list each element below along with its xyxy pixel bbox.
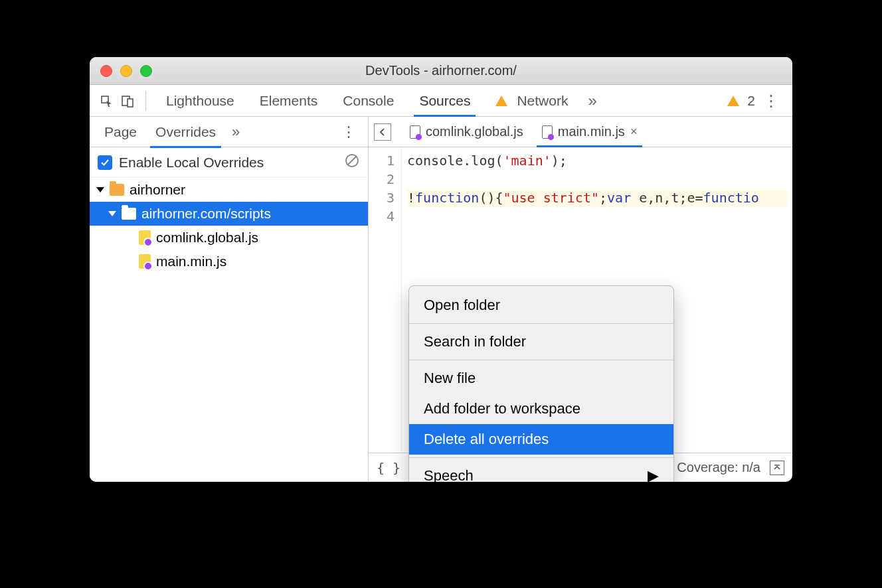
close-tab-icon[interactable]: × [630, 125, 638, 139]
gutter: 1234 [369, 147, 402, 453]
svg-rect-2 [128, 99, 133, 107]
tab-network[interactable]: Network [484, 86, 580, 115]
context-menu-separator [409, 360, 673, 360]
sources-sidebar: Page Overrides » ⋮ Enable Local Override… [90, 117, 369, 482]
caret-down-icon [108, 211, 116, 216]
context-menu-item-label: Delete all overrides [424, 431, 549, 448]
tree-file-label: comlink.global.js [156, 230, 258, 246]
svg-line-4 [347, 156, 357, 165]
context-menu-separator [409, 323, 673, 324]
context-menu-item[interactable]: Search in folder [409, 327, 673, 357]
context-menu-item-label: Search in folder [424, 333, 526, 350]
context-menu-item-label: Open folder [424, 297, 500, 314]
collapse-icon[interactable] [770, 461, 784, 475]
enable-overrides-row: Enable Local Overrides [90, 147, 368, 178]
editor-tab-label: comlink.global.js [426, 124, 523, 139]
context-menu-item[interactable]: Speech▶ [409, 461, 673, 482]
editor-tabs: comlink.global.js main.min.js × [369, 117, 792, 147]
js-file-icon [542, 125, 553, 139]
context-menu-separator [409, 457, 673, 458]
tab-network-label: Network [517, 93, 568, 109]
toggle-navigator-icon[interactable] [374, 123, 391, 141]
main-toolbar: Lighthouse Elements Console Sources Netw… [90, 85, 792, 117]
enable-overrides-label: Enable Local Overrides [119, 155, 264, 171]
caret-down-icon [96, 187, 104, 192]
side-tab-page[interactable]: Page [95, 117, 146, 147]
folder-icon [122, 208, 136, 220]
context-menu-item-label: Add folder to workspace [424, 400, 580, 417]
context-menu-item-label: New file [424, 370, 476, 387]
tab-sources[interactable]: Sources [407, 86, 482, 115]
minimize-window-button[interactable] [120, 65, 132, 77]
context-menu-item[interactable]: Add folder to workspace [409, 394, 673, 424]
format-icon[interactable]: { } [377, 460, 400, 476]
clear-overrides-icon[interactable] [344, 153, 360, 172]
tabs-overflow-button[interactable]: » [581, 88, 603, 114]
submenu-arrow-icon: ▶ [648, 467, 659, 482]
zoom-window-button[interactable] [140, 65, 152, 77]
tree-file[interactable]: main.min.js [90, 250, 368, 273]
warning-icon [495, 96, 507, 106]
tree-file-label: main.min.js [156, 254, 226, 269]
divider [145, 91, 146, 111]
warnings-badge[interactable]: 2 [727, 93, 755, 109]
tree-folder[interactable]: airhorner.com/scripts [90, 202, 368, 226]
context-menu-item[interactable]: Open folder [409, 290, 673, 321]
file-tree: airhorner airhorner.com/scripts comlink.… [90, 178, 368, 482]
inspect-icon[interactable] [96, 91, 116, 111]
tab-lighthouse[interactable]: Lighthouse [154, 86, 246, 115]
devtools-window: DevTools - airhorner.com/ Lighthouse Ele… [90, 57, 792, 482]
close-window-button[interactable] [100, 65, 112, 77]
context-menu: Open folderSearch in folderNew fileAdd f… [408, 285, 674, 482]
side-tabs-overflow[interactable]: » [225, 119, 246, 145]
context-menu-item[interactable]: New file [409, 363, 673, 394]
tab-elements[interactable]: Elements [248, 86, 330, 115]
warning-icon [727, 96, 739, 106]
context-menu-item[interactable]: Delete all overrides [409, 424, 673, 455]
editor-tab[interactable]: main.min.js × [533, 117, 647, 146]
tree-file[interactable]: comlink.global.js [90, 226, 368, 250]
coverage-label: Coverage: n/a [677, 460, 760, 475]
js-file-icon [139, 230, 151, 245]
window-title: DevTools - airhorner.com/ [90, 63, 792, 78]
tree-root[interactable]: airhorner [90, 178, 368, 202]
folder-icon [110, 184, 124, 196]
editor-tab-label: main.min.js [558, 124, 625, 139]
enable-overrides-checkbox[interactable] [98, 155, 112, 170]
side-tab-overrides[interactable]: Overrides [146, 117, 225, 147]
js-file-icon [139, 254, 151, 269]
sidebar-kebab[interactable]: ⋮ [335, 121, 363, 143]
tab-console[interactable]: Console [331, 86, 406, 115]
js-file-icon [410, 125, 420, 139]
sidebar-tabs: Page Overrides » ⋮ [90, 117, 368, 147]
traffic-lights [90, 65, 152, 77]
titlebar: DevTools - airhorner.com/ [90, 57, 792, 85]
editor-tab[interactable]: comlink.global.js [400, 117, 533, 146]
tree-root-label: airhorner [130, 182, 185, 198]
tree-folder-label: airhorner.com/scripts [141, 206, 271, 222]
warning-count: 2 [747, 93, 755, 109]
settings-kebab[interactable]: ⋮ [756, 88, 786, 114]
device-toggle-icon[interactable] [118, 91, 137, 111]
context-menu-item-label: Speech [424, 467, 474, 482]
